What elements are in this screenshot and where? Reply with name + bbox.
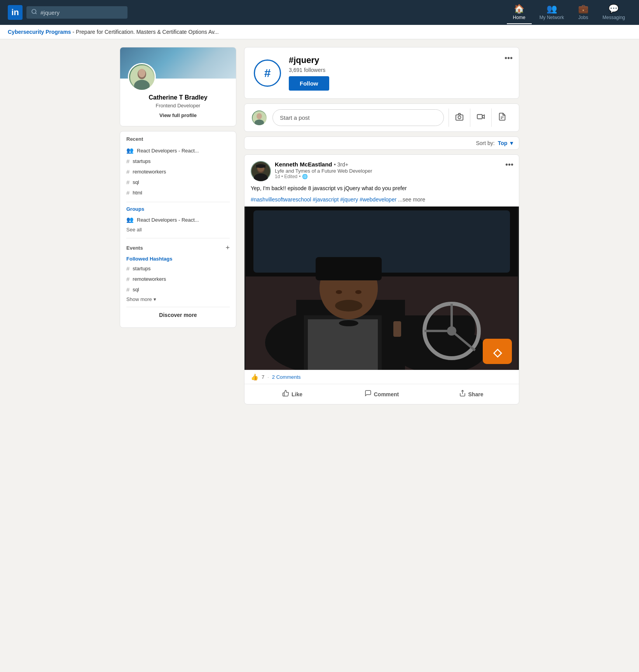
hash-icon: # xyxy=(126,276,129,282)
hash-icon: # xyxy=(126,286,129,293)
reaction-emoji: 👍 xyxy=(251,373,258,381)
sidebar-item-remoteworkers[interactable]: # remoteworkers xyxy=(126,166,230,177)
sort-value[interactable]: Top ▼ xyxy=(498,140,514,146)
nav-jobs[interactable]: 💼 Jobs xyxy=(572,1,595,24)
add-event-icon[interactable]: + xyxy=(225,244,230,252)
sidebar-nav-card: Recent 👥 React Developers - React... # s… xyxy=(120,131,236,328)
svg-rect-35 xyxy=(316,257,382,280)
profile-title: Frontend Developer xyxy=(126,103,230,108)
photo-button[interactable] xyxy=(449,108,470,127)
hashtag-symbol: # xyxy=(264,66,271,80)
sort-bar: Sort by: Top ▼ xyxy=(244,136,519,150)
post-author-avatar xyxy=(251,161,271,181)
hash-icon: # xyxy=(126,158,129,164)
sidebar-hash-remoteworkers[interactable]: # remoteworkers xyxy=(126,274,230,284)
network-icon: 👥 xyxy=(546,4,557,14)
events-title: Events xyxy=(126,245,143,251)
post-author-info: Kenneth McEastland • 3rd+ Lyfe and Tymes… xyxy=(275,161,513,179)
document-button[interactable] xyxy=(491,108,513,127)
view-profile-link[interactable]: View full profile xyxy=(126,112,230,121)
post-card: Kenneth McEastland • 3rd+ Lyfe and Tymes… xyxy=(244,154,519,404)
linkedin-logo[interactable]: in xyxy=(8,5,23,20)
video-button[interactable] xyxy=(470,108,491,127)
svg-point-12 xyxy=(458,116,461,119)
like-label: Like xyxy=(292,391,302,397)
reactions-bar: 👍 7 · 2 Comments xyxy=(244,370,519,384)
sidebar-item-label: remoteworkers xyxy=(133,169,166,175)
avatar xyxy=(128,63,156,91)
sidebar-item-startups[interactable]: # startups xyxy=(126,156,230,166)
sidebar-item-react-group[interactable]: 👥 React Developers - React... xyxy=(126,214,230,225)
globe-icon: 🌐 xyxy=(302,174,308,179)
svg-rect-13 xyxy=(477,115,482,119)
more-options-menu[interactable]: ••• xyxy=(505,54,513,63)
camera-icon xyxy=(455,112,464,123)
followed-hashtags-title[interactable]: Followed Hashtags xyxy=(126,256,230,262)
see-more-link[interactable]: ...see more xyxy=(398,196,425,203)
sidebar-item-label: sql xyxy=(133,179,139,185)
comment-count-link[interactable]: 2 Comments xyxy=(272,374,301,380)
like-action[interactable]: Like xyxy=(248,386,337,402)
search-icon xyxy=(31,9,37,16)
see-all-link[interactable]: See all xyxy=(126,225,230,234)
nav-network[interactable]: 👥 My Network xyxy=(533,1,570,24)
share-action[interactable]: Share xyxy=(426,386,516,402)
nav-network-label: My Network xyxy=(539,15,564,20)
hashtag-card: # #jquery 3,691 followers Follow ••• xyxy=(244,47,519,99)
ad-banner: Cybersecurity Programs - Prepare for Cer… xyxy=(0,25,639,39)
search-bar[interactable] xyxy=(26,6,127,19)
search-input[interactable] xyxy=(40,9,123,16)
post-hashtags-text: #nashvillesoftwareschool #javascript #jq… xyxy=(251,196,396,203)
sidebar-item-sql[interactable]: # sql xyxy=(126,177,230,187)
profile-banner xyxy=(120,47,236,79)
follow-button[interactable]: Follow xyxy=(289,76,329,91)
start-post-input[interactable]: Start a post xyxy=(272,109,444,126)
jobs-icon: 💼 xyxy=(578,4,588,14)
sidebar-item-label: startups xyxy=(133,158,150,164)
document-icon xyxy=(498,112,506,123)
groups-section-title[interactable]: Groups xyxy=(126,206,230,212)
nav-messaging[interactable]: 💬 Messaging xyxy=(596,1,631,24)
sidebar-hash-startups[interactable]: # startups xyxy=(126,263,230,274)
sidebar-item-html[interactable]: # html xyxy=(126,187,230,198)
svg-rect-39 xyxy=(397,315,475,339)
feed: # #jquery 3,691 followers Follow ••• Sta… xyxy=(244,47,519,409)
main-layout: Catherine T Bradley Frontend Developer V… xyxy=(113,47,526,409)
show-more-button[interactable]: Show more ▾ xyxy=(126,295,230,304)
nav-home[interactable]: 🏠 Home xyxy=(507,1,532,24)
events-row: Events + xyxy=(126,242,230,254)
post-meta: 1d • Edited • 🌐 xyxy=(275,174,513,179)
banner-text: - Prepare for Certification. Masters & C… xyxy=(73,29,219,35)
post-author-title: Lyfe and Tymes of a Future Web Developer xyxy=(275,168,513,174)
group-icon: 👥 xyxy=(126,147,134,154)
show-more-label: Show more xyxy=(126,296,152,302)
hash-icon: # xyxy=(126,265,129,272)
svg-point-6 xyxy=(138,69,145,77)
svg-rect-32 xyxy=(308,319,378,370)
nav-jobs-label: Jobs xyxy=(578,15,588,20)
group-icon: 👥 xyxy=(126,216,134,223)
post-image: ◇ xyxy=(244,206,519,370)
reaction-count: 7 xyxy=(262,374,264,380)
discover-more-button[interactable]: Discover more xyxy=(126,307,230,323)
svg-point-10 xyxy=(255,119,264,126)
recent-section-title: Recent xyxy=(126,136,230,142)
banner-link[interactable]: Cybersecurity Programs xyxy=(8,29,71,35)
sidebar-hash-sql[interactable]: # sql xyxy=(126,284,230,295)
nav-home-label: Home xyxy=(513,15,526,20)
comment-action[interactable]: Comment xyxy=(337,386,426,402)
sidebar-item-label: sql xyxy=(133,287,139,292)
hashtag-followers: 3,691 followers xyxy=(289,67,510,73)
hash-icon: # xyxy=(126,189,129,196)
svg-text:◇: ◇ xyxy=(493,346,502,359)
navbar: in 🏠 Home 👥 My Network 💼 Jobs 💬 Messagin… xyxy=(0,0,639,25)
svg-point-37 xyxy=(355,290,361,294)
avatar-wrap xyxy=(128,63,156,91)
sidebar-item-react[interactable]: 👥 React Developers - React... xyxy=(126,145,230,156)
sidebar-item-label: html xyxy=(133,190,142,196)
post-bar: Start a post xyxy=(244,103,519,132)
post-more-options[interactable]: ••• xyxy=(505,160,513,169)
hash-icon: # xyxy=(126,168,129,175)
dot-separator: · xyxy=(267,374,269,380)
post-author-name: Kenneth McEastland • 3rd+ xyxy=(275,161,513,168)
